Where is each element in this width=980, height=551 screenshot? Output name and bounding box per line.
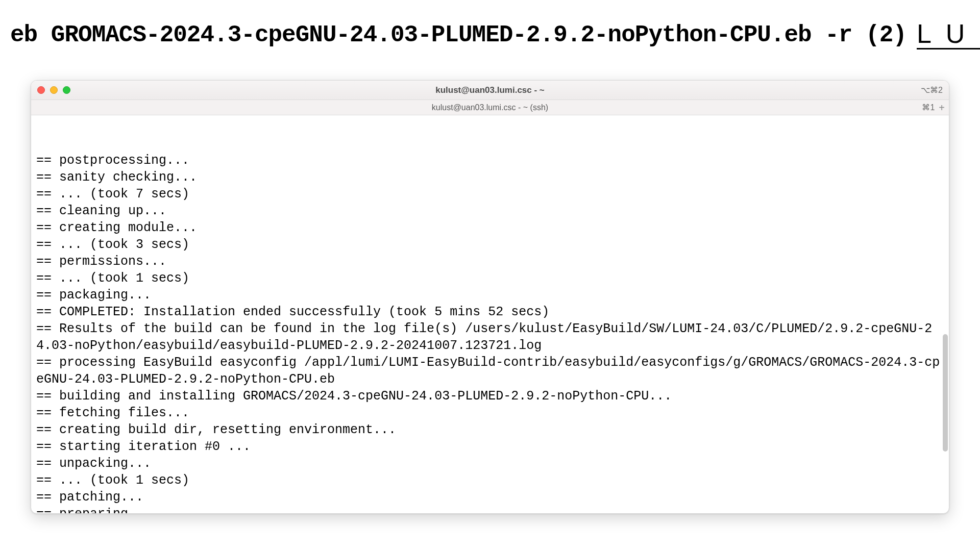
terminal-line: == ... (took 7 secs) [36,186,944,203]
terminal-line: == COMPLETED: Installation ended success… [36,304,944,320]
terminal-line: == processing EasyBuild easyconfig /appl… [36,354,944,388]
terminal-line: == creating build dir, resetting environ… [36,421,944,438]
tab-bar: kulust@uan03.lumi.csc - ~ (ssh) ⌘1 + [31,100,949,115]
terminal-line: == Results of the build can be found in … [36,320,944,354]
window-title: kulust@uan03.lumi.csc - ~ [31,85,949,95]
new-tab-button[interactable]: + [939,103,945,113]
terminal-body[interactable]: == postprocessing...== sanity checking..… [31,115,949,513]
terminal-line: == starting iteration #0 ... [36,438,944,455]
scrollbar-thumb[interactable] [943,334,948,452]
slide-header: eb GROMACS-2024.3-cpeGNU-24.03-PLUMED-2.… [0,0,980,55]
terminal-line: == ... (took 3 secs) [36,236,944,253]
terminal-line: == permissions... [36,253,944,270]
terminal-line: == preparing... [36,506,944,513]
terminal-line: == unpacking... [36,455,944,472]
terminal-line: == creating module... [36,219,944,236]
terminal-line: == sanity checking... [36,169,944,186]
terminal-line: == patching... [36,489,944,506]
terminal-window: kulust@uan03.lumi.csc - ~ ⌥⌘2 kulust@uan… [31,80,949,514]
terminal-line: == ... (took 1 secs) [36,472,944,489]
terminal-line: == building and installing GROMACS/2024.… [36,388,944,405]
tab-shortcut: ⌘1 [922,103,935,112]
terminal-line: == ... (took 1 secs) [36,270,944,287]
tab-label[interactable]: kulust@uan03.lumi.csc - ~ (ssh) [31,103,949,112]
window-titlebar: kulust@uan03.lumi.csc - ~ ⌥⌘2 [31,81,949,100]
terminal-line: == cleaning up... [36,203,944,219]
terminal-line: == fetching files... [36,405,944,421]
terminal-line: == packaging... [36,287,944,304]
brand-logo: LUMI [917,20,980,49]
slide-title: eb GROMACS-2024.3-cpeGNU-24.03-PLUMED-2.… [10,22,906,48]
terminal-line: == postprocessing... [36,152,944,169]
